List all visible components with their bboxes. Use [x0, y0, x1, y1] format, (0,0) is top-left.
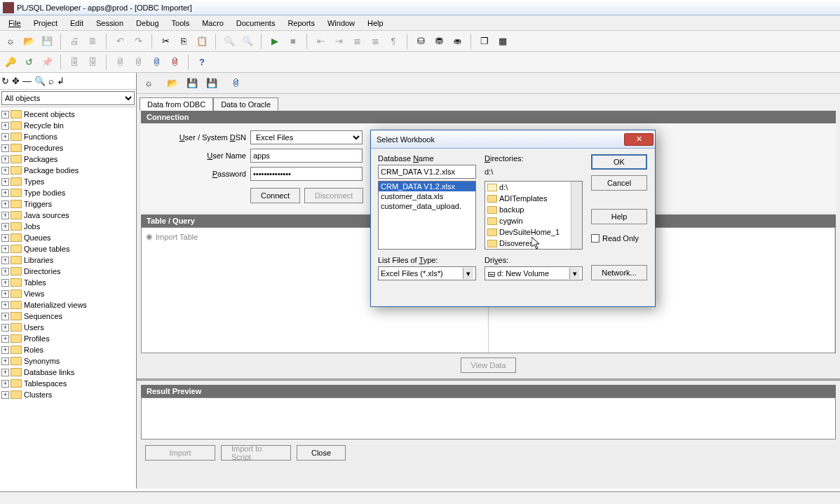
- database-name-input[interactable]: [378, 165, 476, 179]
- format-icon[interactable]: ¶: [386, 34, 401, 49]
- tree-item[interactable]: +Types: [1, 176, 135, 187]
- tree-item[interactable]: +Profiles: [1, 333, 135, 344]
- menu-debug[interactable]: Debug: [130, 18, 164, 29]
- tree-item[interactable]: +Tablespaces: [1, 378, 135, 389]
- collapse-icon[interactable]: ↲: [57, 76, 65, 86]
- new-importer-icon[interactable]: ☼: [141, 76, 156, 91]
- disconnect-button[interactable]: Disconnect: [304, 188, 363, 203]
- tree-item[interactable]: +Triggers: [1, 198, 135, 210]
- readonly-checkbox[interactable]: Read Only: [591, 234, 647, 243]
- tree-item[interactable]: +Sequences: [1, 311, 135, 322]
- tab-data-from-odbc[interactable]: Data from ODBC: [140, 97, 213, 111]
- help-icon[interactable]: ?: [194, 55, 210, 70]
- tree-item[interactable]: +Type bodies: [1, 187, 135, 198]
- open-icon[interactable]: 📂: [21, 34, 36, 49]
- tree-item[interactable]: +Procedures: [1, 142, 135, 154]
- tree-item[interactable]: +Jobs: [1, 221, 135, 232]
- list-item[interactable]: cygwin: [485, 215, 582, 226]
- tree-item[interactable]: +Database links: [1, 367, 135, 378]
- tree-item[interactable]: +Directories: [1, 266, 135, 277]
- username-input[interactable]: [250, 149, 363, 163]
- execute-icon[interactable]: ▶: [267, 34, 283, 49]
- menu-reports[interactable]: Reports: [282, 18, 320, 29]
- saveas-def-icon[interactable]: 💾: [204, 76, 219, 91]
- menu-project[interactable]: Project: [28, 18, 63, 29]
- connect-button[interactable]: Connect: [250, 188, 300, 203]
- tree-item[interactable]: +Clusters: [1, 389, 135, 400]
- menu-documents[interactable]: Documents: [231, 18, 281, 29]
- list-item[interactable]: Disoverer: [485, 238, 582, 249]
- open-def-icon[interactable]: 📂: [165, 76, 180, 91]
- tree-item[interactable]: +Packages: [1, 154, 135, 165]
- paste-icon[interactable]: 📋: [194, 34, 210, 49]
- db1-icon[interactable]: 🗄: [67, 55, 82, 70]
- print-icon[interactable]: 🖨: [67, 34, 82, 49]
- undo-icon[interactable]: ↶: [112, 34, 128, 49]
- list-item[interactable]: ADITemplates: [485, 193, 582, 204]
- close-button[interactable]: Close: [297, 445, 346, 461]
- dialog-close-icon[interactable]: ✕: [624, 133, 653, 146]
- uncomment-icon[interactable]: ≣: [367, 34, 383, 49]
- menu-macro[interactable]: Macro: [196, 18, 229, 29]
- stop-icon[interactable]: ■: [285, 34, 301, 49]
- save-icon[interactable]: 💾: [39, 34, 55, 49]
- tree-item[interactable]: +Recycle bin: [1, 120, 135, 131]
- goto-icon[interactable]: ✥: [12, 76, 20, 86]
- tree-item[interactable]: +Queues: [1, 232, 135, 243]
- password-input[interactable]: [250, 167, 363, 181]
- directory-list[interactable]: d:\ ADITemplates backup cygwin DevSuiteH…: [485, 181, 583, 250]
- save-def-icon[interactable]: 💾: [184, 76, 200, 91]
- menu-window[interactable]: Window: [322, 18, 360, 29]
- pin-icon[interactable]: 📌: [39, 55, 55, 70]
- cancel-button[interactable]: Cancel: [591, 175, 647, 191]
- tree-item[interactable]: +Roles: [1, 344, 135, 355]
- ok-button[interactable]: OK: [591, 154, 647, 170]
- file-type-select[interactable]: Excel Files (*.xls*)▾: [378, 266, 476, 280]
- menubar[interactable]: File Project Edit Session Debug Tools Ma…: [0, 15, 840, 31]
- explain-icon[interactable]: ⛂: [449, 34, 465, 49]
- redo-icon[interactable]: ↷: [130, 34, 146, 49]
- outdent-icon[interactable]: ⇤: [313, 34, 328, 49]
- tree-item[interactable]: +Package bodies: [1, 165, 135, 176]
- menu-file[interactable]: File: [3, 18, 27, 29]
- filter-icon[interactable]: ⌕: [48, 76, 54, 86]
- tree-item[interactable]: +Recent objects: [1, 109, 135, 120]
- find-icon[interactable]: 🔍: [222, 34, 237, 49]
- db2-icon[interactable]: 🗄: [85, 55, 100, 70]
- menu-tools[interactable]: Tools: [166, 18, 196, 29]
- key-icon[interactable]: 🔑: [3, 55, 18, 70]
- tile-icon[interactable]: ▦: [495, 34, 510, 49]
- tree-item[interactable]: +Materialized views: [1, 299, 135, 311]
- tree-item[interactable]: +Synonyms: [1, 355, 135, 367]
- tree-item[interactable]: +Java sources: [1, 210, 135, 221]
- list-item[interactable]: CRM_DATA V1.2.xlsx: [379, 182, 475, 191]
- datasource-icon[interactable]: 🛢: [228, 76, 243, 91]
- scrollbar[interactable]: [571, 182, 582, 249]
- tree-item[interactable]: +Users: [1, 322, 135, 333]
- object-tree[interactable]: +Recent objects+Recycle bin+Functions+Pr…: [0, 107, 136, 489]
- menu-edit[interactable]: Edit: [65, 18, 89, 29]
- dsn-select[interactable]: Excel Files: [250, 130, 363, 144]
- rotate-icon[interactable]: ↺: [21, 55, 36, 70]
- list-item[interactable]: customer_data_upload.: [379, 201, 475, 211]
- tree-item[interactable]: +Libraries: [1, 254, 135, 266]
- list-item[interactable]: backup: [485, 204, 582, 215]
- back-icon[interactable]: —: [22, 76, 32, 86]
- shelf1-icon[interactable]: 🛢: [112, 55, 128, 70]
- network-button[interactable]: Network...: [591, 265, 647, 280]
- copy-icon[interactable]: ⎘: [176, 34, 191, 49]
- object-filter-select[interactable]: All objects: [1, 91, 135, 105]
- shelf3-icon[interactable]: 🛢: [149, 55, 164, 70]
- list-item[interactable]: customer_data.xls: [379, 191, 475, 201]
- menu-session[interactable]: Session: [90, 18, 129, 29]
- import-button[interactable]: Import: [145, 445, 215, 461]
- find-obj-icon[interactable]: 🔍: [34, 76, 46, 86]
- tree-item[interactable]: +Functions: [1, 131, 135, 142]
- menu-help[interactable]: Help: [362, 18, 389, 29]
- comment-icon[interactable]: ≣: [349, 34, 365, 49]
- shelf2-icon[interactable]: 🛢: [130, 55, 146, 70]
- cut-icon[interactable]: ✂: [158, 34, 173, 49]
- cascade-icon[interactable]: ❐: [477, 34, 492, 49]
- splitter[interactable]: [137, 379, 840, 381]
- list-item[interactable]: DevSuiteHome_1: [485, 226, 582, 238]
